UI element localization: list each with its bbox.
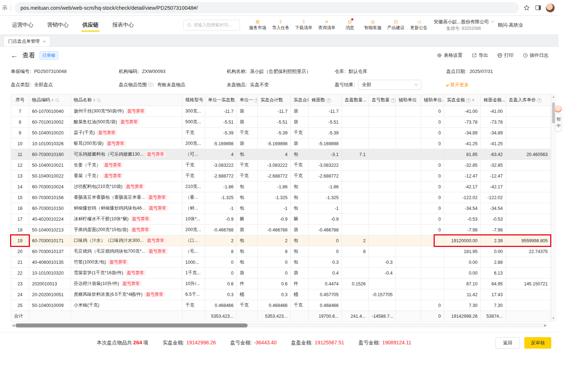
table-row[interactable]: 1010-1010010326银耳(200克/袋)盈亏异常200克...-5.1…	[11, 138, 551, 149]
quick-link-导入任务[interactable]: ⇧导入任务	[272, 19, 290, 31]
column-header-2[interactable]: 物品名称	[71, 95, 182, 106]
side-panel-icon[interactable]	[534, 4, 542, 12]
table-row[interactable]: 950-1040010020蒜子(千克)盈亏异常千克-5.39千克-5.39千克…	[11, 128, 551, 138]
profit-result-select[interactable]: 全部	[358, 80, 421, 90]
back-button[interactable]: ←	[11, 51, 18, 60]
cell: 15	[11, 192, 29, 203]
scroll-right-arrow-icon[interactable]: ▶	[543, 324, 548, 327]
table-row[interactable]: 1250-1040010021生姜（千克）盈亏异常千克-3.083222千克-3…	[11, 160, 551, 171]
quick-link-产品建议[interactable]: ⊡产品建议	[387, 19, 405, 31]
global-search[interactable]: 请输入想搜索的功...	[183, 20, 240, 31]
table-row[interactable]: 2420-2020010051蔗糖风味饮料浓浆(6.5千克*4桶/件)盈亏异常6…	[11, 289, 551, 300]
item-name-cell: 扬州干丝(300克*50袋/件)盈亏异常	[71, 106, 182, 117]
tool-打印[interactable]: 打印	[497, 52, 514, 59]
cell: 0.3	[205, 289, 237, 300]
company-switcher[interactable]: 安徽蒸小皖...股份有限公司 集团号: 83202086	[434, 19, 494, 32]
cell: 64.95	[481, 279, 506, 289]
cell: 包	[237, 235, 258, 246]
cell: -0.9	[258, 214, 291, 225]
quick-link-智能客服[interactable]: ◎智能客服	[364, 19, 382, 31]
cell	[342, 214, 369, 225]
column-search-icon[interactable]	[97, 98, 101, 102]
cell: 0	[421, 225, 444, 235]
tab-close-icon[interactable]: ×	[43, 39, 46, 44]
cell: 0.468466	[309, 300, 342, 311]
quick-link-查询清单[interactable]: ≡查询清单	[318, 19, 336, 31]
cell	[369, 149, 396, 160]
cell: -11.7	[258, 106, 291, 117]
info-field: 仓库:默认仓库	[335, 68, 446, 75]
sort-icon[interactable]	[51, 98, 54, 102]
info-value: PD2507310048	[34, 69, 67, 74]
table-row[interactable]: 232020010013芬达橙汁袋装(10升/件)盈亏异常10升/...0.6件…	[11, 279, 551, 289]
info-value: 蒸小皖（合肥保利熙熙里店）	[250, 68, 311, 75]
tab-store-check-management[interactable]: 门店盘点单管理 ×	[4, 36, 50, 46]
item-name-cell: 蒜子(千克)盈亏异常	[71, 128, 182, 138]
helper-tab-label[interactable]: 帮中	[555, 114, 561, 131]
scroll-down-arrow-icon[interactable]: ▼	[552, 316, 555, 321]
quick-link-消息[interactable]: Ω消息	[341, 19, 359, 31]
table-row[interactable]: 1350-1040010022香菜（千克）盈亏异常千克-2.688772千克-2…	[11, 171, 551, 182]
quick-link-下载清单[interactable]: ⇩下载清单	[295, 19, 313, 31]
table-row[interactable]: 2060-7030010137毛豆烧鸡（毛豆烧鸡鸡块包700克*...盈亏异常（…	[11, 246, 551, 257]
info-label: 盈亏结果	[335, 82, 353, 88]
address-bar[interactable]: pos.meituan.com/web/web-scm/hq-stock/che…	[15, 2, 519, 13]
table-row[interactable]: 1960-7030010171口味鸡（汁水）（口味鸡汁水300...盈亏异常（口…	[11, 235, 551, 246]
nav-item-3[interactable]: 报表中心	[105, 16, 141, 34]
cell: 500克...	[182, 117, 205, 128]
help-center-widget[interactable]: 帮中	[553, 105, 563, 131]
tool-导出[interactable]: 导出	[472, 52, 488, 59]
table-row[interactable]: 1660-7030010150鲜椒爆炒鸡（鲜椒爆炒鸡鸡块包46...盈亏异常（鲜…	[11, 203, 551, 214]
summary-stat: 实盘金额:19142998.26	[163, 340, 216, 346]
cell: 10-1010010326	[29, 138, 71, 149]
sort-icon[interactable]	[472, 98, 474, 102]
sort-icon[interactable]	[93, 98, 95, 102]
nav-item-1[interactable]: 营销中心	[40, 16, 76, 34]
tool-label: 表格设置	[444, 52, 462, 59]
table-row[interactable]: 1850-1040010213手擀鸡蛋面(200克*15包/袋)盈亏异常200克…	[11, 225, 551, 235]
cell	[396, 117, 421, 128]
tool-操作日志[interactable]: 操作日志	[523, 52, 548, 59]
cell: 2	[342, 235, 369, 246]
nav-item-2[interactable]: 供应链	[76, 16, 105, 34]
table-row[interactable]: 1460-7030010024沙功配料包(210克*10袋)盈亏异常210克..…	[11, 182, 551, 192]
scroll-up-arrow-icon[interactable]: ▲	[552, 95, 555, 100]
tool-表格设置[interactable]: 表格设置	[437, 52, 462, 59]
total-cell: -14588.7...	[369, 311, 396, 322]
info-label: 盘点物品范围	[119, 82, 147, 88]
inventory-table: 序号物品编码物品名称规格型号单位一实盘数单位一?实盘合计数实盘合计...账面数?…	[11, 94, 551, 322]
table-row[interactable]: 2140-4060010135竹签(1000支/包)盈亏异常1000...0包0…	[11, 257, 551, 268]
cell: 0	[421, 182, 444, 192]
column-header-13[interactable]: 实盘金额?	[444, 95, 481, 106]
announcement-icon: ◁	[417, 19, 421, 24]
horizontal-scrollbar[interactable]: ◀ ▶	[11, 323, 548, 328]
table-row[interactable]: 1160-7030010160可乐鸡翅酱料包（可乐鸡翅酱130...盈亏异常（可…	[11, 149, 551, 160]
quick-link-更新公告[interactable]: ◁更新公告	[410, 19, 428, 31]
nav-item-0[interactable]: 运营中心	[5, 16, 40, 34]
quick-link-服务市场[interactable]: ⊞服务市场	[249, 19, 267, 31]
table-header: 序号物品编码物品名称规格型号单位一实盘数单位一?实盘合计数实盘合计...账面数?…	[11, 95, 551, 106]
table-row[interactable]: 760-1070010040扬州干丝(300克*50袋/件)盈亏异常300克..…	[11, 106, 551, 117]
horizontal-scroll-thumb[interactable]	[15, 323, 248, 327]
page-header: ← 查看 已审核 表格设置导出打印操作日志	[0, 47, 558, 64]
return-button[interactable]: 返回	[496, 337, 520, 349]
column-search-icon[interactable]	[55, 98, 59, 102]
table-row[interactable]: 2550-1040010009小米椒(千克)千克0.468466千克0.4684…	[11, 300, 551, 311]
scroll-left-arrow-icon[interactable]: ◀	[11, 324, 16, 327]
cell: 200克...	[182, 225, 205, 235]
top-navigation: 运营中心营销中心供应链报表中心 请输入想搜索的功... ⊞服务市场⇧导入任务⇩下…	[0, 16, 558, 35]
column-header-14[interactable]: 账面金额...	[481, 95, 506, 106]
table-row[interactable]: 2210-1010010320雪菜雷笋(1千克*16袋/件)盈亏异常1千克...…	[11, 268, 551, 279]
expand-more-link[interactable]: 展开更多	[446, 82, 469, 88]
reverse-audit-button[interactable]: 反审核	[524, 337, 551, 349]
item-name: 小米椒(千克)	[74, 303, 99, 308]
table-row[interactable]: 1740-4020010224冰鲜柠檬水不干胶(10张*捆)盈亏异常10张*..…	[11, 214, 551, 225]
cell: 袋	[237, 138, 258, 149]
cell: -1.325	[205, 192, 237, 203]
bookmark-star-icon[interactable]	[523, 4, 530, 12]
browser-profile-avatar[interactable]	[546, 3, 555, 13]
table-row[interactable]: 1560-7030010156香肠蒸豆米香肠包（香肠蒸豆米香...盈亏异常（香.…	[11, 192, 551, 203]
table-row[interactable]: 860-7010010002酸菜鱼红油(500克/袋)盈亏异常500克...-5…	[11, 117, 551, 128]
column-header-1[interactable]: 物品编码	[29, 95, 71, 106]
export-icon	[472, 53, 477, 58]
